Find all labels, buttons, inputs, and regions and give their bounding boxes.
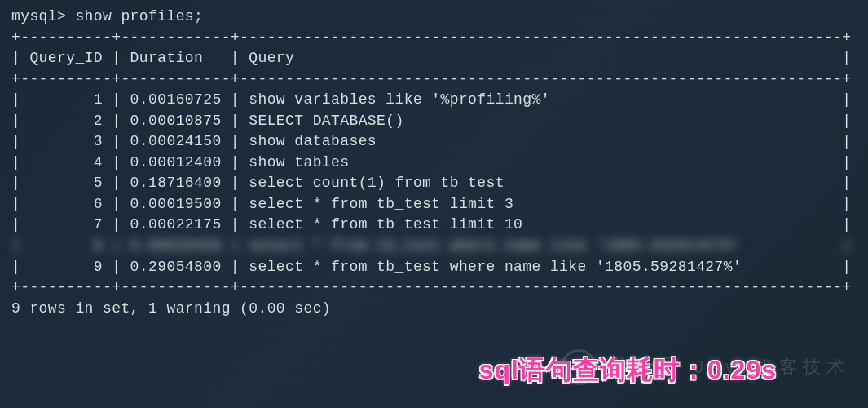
table-row: | 8 | 0.00029450 | select * from tb_test… [11,236,857,257]
table-row: | 1 | 0.00160725 | show variables like '… [11,90,857,111]
table-row: | 9 | 0.29054800 | select * from tb_test… [11,257,857,278]
table-row: | 5 | 0.18716400 | select count(1) from … [11,173,857,194]
table-row: | 4 | 0.00012400 | show tables | [11,153,857,174]
table-row: | 3 | 0.00024150 | show databases | [11,131,857,153]
table-row: | 7 | 0.00022175 | select * from tb test… [11,215,857,236]
timing-annotation: sql语句查询耗时：0.29s [479,352,777,388]
table-border-top: +----------+------------+---------------… [11,28,857,49]
table-row: | 2 | 0.00010875 | SELECT DATABASE() | [11,111,857,132]
result-footer: 9 rows in set, 1 warning (0.00 sec) [11,299,857,320]
table-header: | Query_ID | Duration | Query | [11,48,857,69]
table-row: | 6 | 0.00019500 | select * from tb_test… [11,194,857,215]
table-body: | 1 | 0.00160725 | show variables like '… [11,90,857,277]
table-border-mid: +----------+------------+---------------… [11,69,857,91]
table-border-bottom: +----------+------------+---------------… [11,277,857,299]
mysql-prompt: mysql> show profiles; [11,7,857,28]
